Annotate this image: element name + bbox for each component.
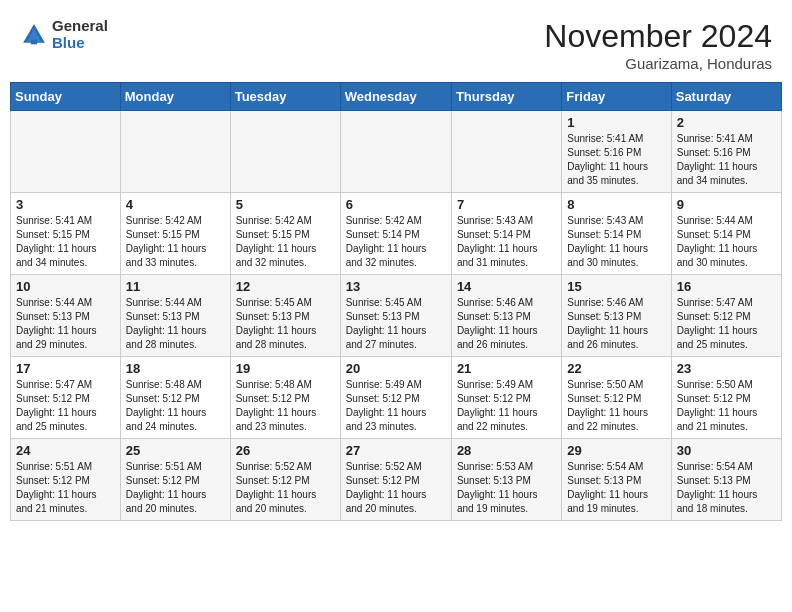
- day-number: 26: [236, 443, 335, 458]
- calendar-cell: 27Sunrise: 5:52 AMSunset: 5:12 PMDayligh…: [340, 439, 451, 521]
- day-info: Sunrise: 5:52 AMSunset: 5:12 PMDaylight:…: [346, 460, 446, 516]
- day-info: Sunrise: 5:43 AMSunset: 5:14 PMDaylight:…: [567, 214, 665, 270]
- header-wednesday: Wednesday: [340, 83, 451, 111]
- calendar-cell: 16Sunrise: 5:47 AMSunset: 5:12 PMDayligh…: [671, 275, 781, 357]
- day-number: 12: [236, 279, 335, 294]
- day-info: Sunrise: 5:54 AMSunset: 5:13 PMDaylight:…: [677, 460, 776, 516]
- day-number: 10: [16, 279, 115, 294]
- day-info: Sunrise: 5:50 AMSunset: 5:12 PMDaylight:…: [677, 378, 776, 434]
- day-number: 4: [126, 197, 225, 212]
- day-info: Sunrise: 5:42 AMSunset: 5:14 PMDaylight:…: [346, 214, 446, 270]
- calendar-cell: 7Sunrise: 5:43 AMSunset: 5:14 PMDaylight…: [451, 193, 561, 275]
- calendar-cell: 15Sunrise: 5:46 AMSunset: 5:13 PMDayligh…: [562, 275, 671, 357]
- day-info: Sunrise: 5:41 AMSunset: 5:16 PMDaylight:…: [677, 132, 776, 188]
- title-block: November 2024 Guarizama, Honduras: [544, 18, 772, 72]
- calendar-cell: 29Sunrise: 5:54 AMSunset: 5:13 PMDayligh…: [562, 439, 671, 521]
- calendar-cell: 3Sunrise: 5:41 AMSunset: 5:15 PMDaylight…: [11, 193, 121, 275]
- day-info: Sunrise: 5:49 AMSunset: 5:12 PMDaylight:…: [457, 378, 556, 434]
- day-info: Sunrise: 5:44 AMSunset: 5:13 PMDaylight:…: [126, 296, 225, 352]
- calendar-cell: 1Sunrise: 5:41 AMSunset: 5:16 PMDaylight…: [562, 111, 671, 193]
- day-info: Sunrise: 5:46 AMSunset: 5:13 PMDaylight:…: [567, 296, 665, 352]
- day-info: Sunrise: 5:43 AMSunset: 5:14 PMDaylight:…: [457, 214, 556, 270]
- calendar-cell: 21Sunrise: 5:49 AMSunset: 5:12 PMDayligh…: [451, 357, 561, 439]
- calendar-cell: 4Sunrise: 5:42 AMSunset: 5:15 PMDaylight…: [120, 193, 230, 275]
- calendar-cell: 11Sunrise: 5:44 AMSunset: 5:13 PMDayligh…: [120, 275, 230, 357]
- day-number: 29: [567, 443, 665, 458]
- day-info: Sunrise: 5:47 AMSunset: 5:12 PMDaylight:…: [16, 378, 115, 434]
- logo-icon: [20, 21, 48, 49]
- calendar-cell: 26Sunrise: 5:52 AMSunset: 5:12 PMDayligh…: [230, 439, 340, 521]
- calendar-cell: 20Sunrise: 5:49 AMSunset: 5:12 PMDayligh…: [340, 357, 451, 439]
- logo: General Blue: [20, 18, 108, 51]
- calendar-cell: [230, 111, 340, 193]
- calendar-cell: 18Sunrise: 5:48 AMSunset: 5:12 PMDayligh…: [120, 357, 230, 439]
- calendar-cell: 23Sunrise: 5:50 AMSunset: 5:12 PMDayligh…: [671, 357, 781, 439]
- day-number: 22: [567, 361, 665, 376]
- calendar-cell: 22Sunrise: 5:50 AMSunset: 5:12 PMDayligh…: [562, 357, 671, 439]
- day-number: 28: [457, 443, 556, 458]
- day-info: Sunrise: 5:49 AMSunset: 5:12 PMDaylight:…: [346, 378, 446, 434]
- calendar-week-5: 24Sunrise: 5:51 AMSunset: 5:12 PMDayligh…: [11, 439, 782, 521]
- day-number: 17: [16, 361, 115, 376]
- header-monday: Monday: [120, 83, 230, 111]
- day-number: 19: [236, 361, 335, 376]
- day-number: 18: [126, 361, 225, 376]
- header-saturday: Saturday: [671, 83, 781, 111]
- day-number: 30: [677, 443, 776, 458]
- header-thursday: Thursday: [451, 83, 561, 111]
- calendar-cell: 12Sunrise: 5:45 AMSunset: 5:13 PMDayligh…: [230, 275, 340, 357]
- day-info: Sunrise: 5:46 AMSunset: 5:13 PMDaylight:…: [457, 296, 556, 352]
- day-info: Sunrise: 5:48 AMSunset: 5:12 PMDaylight:…: [236, 378, 335, 434]
- calendar-header: Sunday Monday Tuesday Wednesday Thursday…: [11, 83, 782, 111]
- day-number: 14: [457, 279, 556, 294]
- header-tuesday: Tuesday: [230, 83, 340, 111]
- calendar-cell: 10Sunrise: 5:44 AMSunset: 5:13 PMDayligh…: [11, 275, 121, 357]
- calendar-week-1: 1Sunrise: 5:41 AMSunset: 5:16 PMDaylight…: [11, 111, 782, 193]
- header-friday: Friday: [562, 83, 671, 111]
- day-number: 11: [126, 279, 225, 294]
- day-info: Sunrise: 5:45 AMSunset: 5:13 PMDaylight:…: [236, 296, 335, 352]
- day-info: Sunrise: 5:42 AMSunset: 5:15 PMDaylight:…: [236, 214, 335, 270]
- day-info: Sunrise: 5:50 AMSunset: 5:12 PMDaylight:…: [567, 378, 665, 434]
- calendar-week-3: 10Sunrise: 5:44 AMSunset: 5:13 PMDayligh…: [11, 275, 782, 357]
- calendar-cell: [11, 111, 121, 193]
- page: General Blue November 2024 Guarizama, Ho…: [0, 0, 792, 612]
- day-number: 6: [346, 197, 446, 212]
- logo-text: General Blue: [52, 18, 108, 51]
- calendar-cell: 14Sunrise: 5:46 AMSunset: 5:13 PMDayligh…: [451, 275, 561, 357]
- day-info: Sunrise: 5:41 AMSunset: 5:15 PMDaylight:…: [16, 214, 115, 270]
- logo-blue-text: Blue: [52, 35, 108, 52]
- calendar-cell: 28Sunrise: 5:53 AMSunset: 5:13 PMDayligh…: [451, 439, 561, 521]
- calendar-cell: 5Sunrise: 5:42 AMSunset: 5:15 PMDaylight…: [230, 193, 340, 275]
- day-number: 15: [567, 279, 665, 294]
- day-number: 5: [236, 197, 335, 212]
- calendar-cell: 2Sunrise: 5:41 AMSunset: 5:16 PMDaylight…: [671, 111, 781, 193]
- day-info: Sunrise: 5:44 AMSunset: 5:14 PMDaylight:…: [677, 214, 776, 270]
- logo-general-text: General: [52, 18, 108, 35]
- day-info: Sunrise: 5:42 AMSunset: 5:15 PMDaylight:…: [126, 214, 225, 270]
- location-subtitle: Guarizama, Honduras: [544, 55, 772, 72]
- day-number: 20: [346, 361, 446, 376]
- day-number: 8: [567, 197, 665, 212]
- calendar-cell: [120, 111, 230, 193]
- calendar-cell: 30Sunrise: 5:54 AMSunset: 5:13 PMDayligh…: [671, 439, 781, 521]
- calendar-cell: [340, 111, 451, 193]
- day-number: 27: [346, 443, 446, 458]
- day-number: 16: [677, 279, 776, 294]
- day-info: Sunrise: 5:51 AMSunset: 5:12 PMDaylight:…: [126, 460, 225, 516]
- day-number: 13: [346, 279, 446, 294]
- calendar-cell: 9Sunrise: 5:44 AMSunset: 5:14 PMDaylight…: [671, 193, 781, 275]
- month-title: November 2024: [544, 18, 772, 55]
- day-info: Sunrise: 5:48 AMSunset: 5:12 PMDaylight:…: [126, 378, 225, 434]
- day-number: 7: [457, 197, 556, 212]
- day-number: 3: [16, 197, 115, 212]
- day-number: 1: [567, 115, 665, 130]
- calendar-cell: 17Sunrise: 5:47 AMSunset: 5:12 PMDayligh…: [11, 357, 121, 439]
- day-number: 21: [457, 361, 556, 376]
- calendar-table: Sunday Monday Tuesday Wednesday Thursday…: [10, 82, 782, 521]
- day-info: Sunrise: 5:53 AMSunset: 5:13 PMDaylight:…: [457, 460, 556, 516]
- day-number: 9: [677, 197, 776, 212]
- calendar-cell: 25Sunrise: 5:51 AMSunset: 5:12 PMDayligh…: [120, 439, 230, 521]
- header-sunday: Sunday: [11, 83, 121, 111]
- header: General Blue November 2024 Guarizama, Ho…: [0, 0, 792, 82]
